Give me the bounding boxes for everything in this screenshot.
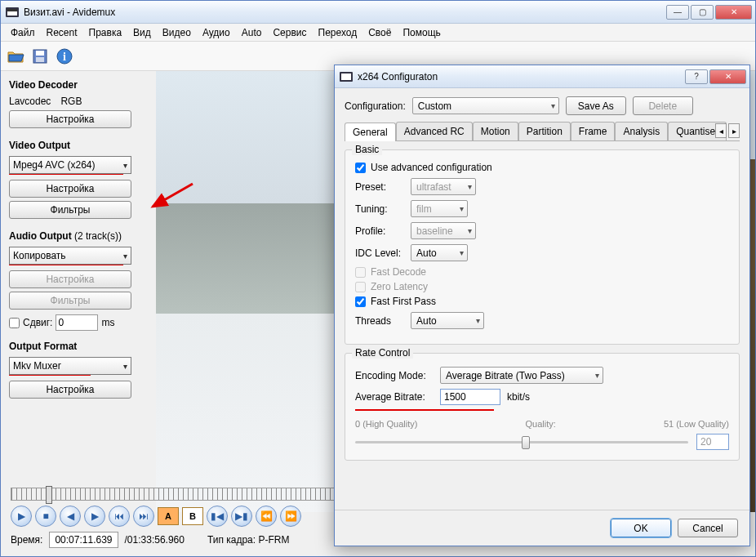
menu-view[interactable]: Вид [128,25,156,40]
tab-advanced-rc[interactable]: Advanced RC [396,122,473,140]
configuration-combo[interactable]: Custom [412,97,559,114]
close-button[interactable]: ✕ [715,5,752,20]
video-settings-button[interactable]: Настройка [9,180,131,198]
ms-label: ms [101,317,114,328]
svg-rect-2 [7,9,17,11]
maximize-button[interactable]: ▢ [691,5,714,20]
rate-control-group: Rate Control Encoding Mode:Average Bitra… [345,353,740,461]
next-frame-button[interactable]: ▶ [84,506,105,527]
video-codec-combo[interactable]: Mpeg4 AVC (x264) [9,156,131,174]
output-format-title: Output Format [9,341,148,352]
tabs: General Advanced RC Motion Partition Fra… [345,122,740,141]
stop-button[interactable]: ■ [35,506,56,527]
lavcodec-label: Lavcodec [9,96,51,107]
prev-keyframe-button[interactable]: ⏮ [109,506,130,527]
video-filters-button[interactable]: Фильтры [9,201,131,219]
menubar: Файл Recent Правка Вид Видео Аудио Auto … [1,24,755,42]
configuration-label: Configuration: [345,100,406,112]
menu-video[interactable]: Видео [158,25,196,40]
dialog-footer: OK Cancel [335,510,749,546]
svg-rect-5 [36,57,44,62]
quality-slider[interactable] [355,434,688,450]
tab-motion[interactable]: Motion [473,122,518,140]
audio-filters-button[interactable]: Фильтры [9,292,131,310]
profile-combo[interactable]: baseline [411,222,476,239]
fast-first-pass-checkbox[interactable] [355,296,366,307]
video-codec-value: Mpeg4 AVC (x264) [13,159,96,171]
dialog-close-button[interactable]: ✕ [709,69,746,84]
window-title: Визит.avi - Avidemux [24,7,666,18]
svg-line-8 [153,184,193,207]
cancel-button[interactable]: Cancel [678,519,738,537]
go-marker-b-button[interactable]: ▶▮ [231,506,252,527]
muxer-value: Mkv Muxer [13,360,61,372]
dialog-title: x264 Configuraton [358,71,685,82]
kbits-label: kbit/s [507,391,530,403]
preset-combo[interactable]: ultrafast [411,178,476,195]
minimize-button[interactable]: — [666,5,689,20]
menu-audio[interactable]: Аудио [198,25,235,40]
use-advanced-checkbox[interactable] [355,163,366,173]
x264-config-dialog: x264 Configuraton ? ✕ Configuration: Cus… [334,65,750,546]
next-black-button[interactable]: ⏩ [280,506,301,527]
svg-rect-4 [36,51,44,56]
fast-first-pass-label: Fast First Pass [371,296,436,307]
menu-go[interactable]: Переход [314,25,362,40]
audio-codec-combo[interactable]: Копировать [9,247,131,265]
tab-scroll-left[interactable]: ◂ [715,123,727,138]
next-keyframe-button[interactable]: ⏭ [133,506,154,527]
quality-label: Quality: [526,419,556,429]
fast-decode-checkbox [355,267,366,278]
svg-rect-10 [341,74,351,80]
menu-edit[interactable]: Правка [84,25,127,40]
bitrate-input[interactable] [440,389,500,405]
prev-frame-button[interactable]: ◀ [60,506,81,527]
profile-label: Profile: [355,225,404,237]
shift-checkbox[interactable] [9,318,20,328]
audio-codec-value: Копировать [13,250,66,261]
main-window: Визит.avi - Avidemux — ▢ ✕ Файл Recent П… [0,0,756,557]
prev-black-button[interactable]: ⏪ [256,506,277,527]
rgb-label: RGB [60,96,82,107]
open-icon[interactable] [6,47,25,66]
marker-a-button[interactable]: A [158,507,179,525]
audio-settings-button[interactable]: Настройка [9,270,131,288]
menu-help[interactable]: Помощь [398,25,445,40]
tab-frame[interactable]: Frame [571,122,616,140]
idc-combo[interactable]: Auto [411,244,468,261]
info-icon[interactable]: i [55,47,74,66]
muxer-combo[interactable]: Mkv Muxer [9,357,131,375]
tab-general[interactable]: General [345,123,396,141]
play-button[interactable]: ▶ [11,506,32,527]
shift-input[interactable] [56,314,98,331]
tuning-combo[interactable]: film [411,200,468,217]
decoder-settings-button[interactable]: Настройка [9,110,131,128]
time-value[interactable]: 00:07:11.639 [49,532,118,548]
menu-tools[interactable]: Сервис [268,25,311,40]
quality-value [696,434,729,450]
muxer-settings-button[interactable]: Настройка [9,381,131,399]
titlebar: Визит.avi - Avidemux — ▢ ✕ [1,1,755,24]
delete-button[interactable]: Delete [633,96,693,115]
svg-text:i: i [63,51,66,63]
tab-partition[interactable]: Partition [518,122,571,140]
marker-b-button[interactable]: B [182,507,203,525]
video-decoder-title: Video Decoder [9,79,148,91]
tab-scroll-right[interactable]: ▸ [728,123,740,138]
menu-recent[interactable]: Recent [42,25,82,40]
audio-output-title: Audio Output (2 track(s)) [9,230,148,242]
dialog-help-button[interactable]: ? [685,69,708,84]
go-marker-a-button[interactable]: ▮◀ [207,506,228,527]
video-output-title: Video Output [9,140,148,151]
save-as-button[interactable]: Save As [566,96,626,115]
lq-label: 51 (Low Quality) [664,419,729,429]
threads-combo[interactable]: Auto [411,312,484,329]
menu-custom[interactable]: Своё [363,25,396,40]
save-icon[interactable] [30,47,50,66]
menu-file[interactable]: Файл [6,25,40,40]
tab-analysis[interactable]: Analysis [615,122,668,140]
menu-auto[interactable]: Auto [237,25,267,40]
timeline-handle[interactable] [46,486,52,504]
ok-button[interactable]: OK [611,519,671,537]
encoding-mode-combo[interactable]: Average Bitrate (Two Pass) [440,367,603,384]
